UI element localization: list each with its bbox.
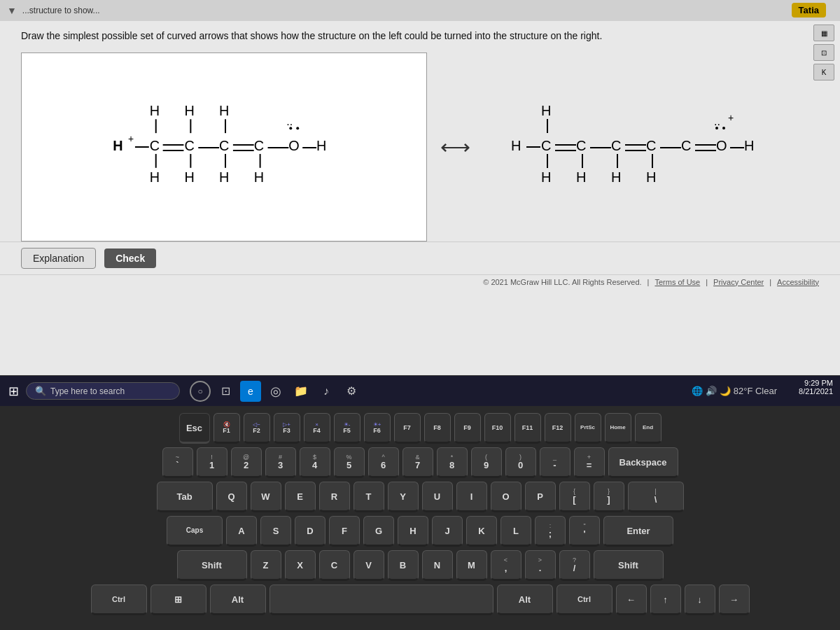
taskbar-icon-grid[interactable]: ⊡	[215, 381, 236, 402]
key-shift-right[interactable]: Shift	[594, 550, 664, 581]
key-f5[interactable]: ☀-F5	[334, 413, 360, 444]
key-f11[interactable]: F11	[514, 413, 541, 444]
key-i[interactable]: I	[456, 482, 487, 512]
key-alt-right[interactable]: Alt	[497, 584, 553, 615]
key-ctrl-right[interactable]: Ctrl	[556, 584, 612, 615]
key-equals[interactable]: +=	[574, 447, 605, 478]
chevron-down-icon[interactable]: ▼	[7, 5, 17, 16]
key-period[interactable]: >.	[525, 550, 556, 581]
key-ctrl-left[interactable]: Ctrl	[91, 584, 147, 615]
key-arrow-right[interactable]: →	[719, 584, 750, 615]
key-tab[interactable]: Tab	[157, 482, 213, 512]
key-0[interactable]: )0	[505, 447, 536, 478]
terms-of-use-link[interactable]: Terms of Use	[654, 278, 700, 286]
key-alt-left[interactable]: Alt	[210, 584, 266, 615]
key-f3[interactable]: ▷+F3	[274, 413, 300, 444]
key-k[interactable]: K	[466, 516, 497, 547]
key-f9[interactable]: F9	[454, 413, 481, 444]
key-win[interactable]: ⊞	[150, 584, 206, 615]
key-l[interactable]: L	[500, 516, 531, 547]
key-s[interactable]: S	[260, 516, 291, 547]
key-f2[interactable]: ◁−F2	[244, 413, 270, 444]
key-rbracket[interactable]: }]	[594, 482, 624, 512]
key-arrow-up[interactable]: ↑	[650, 584, 681, 615]
key-h[interactable]: H	[398, 516, 428, 547]
key-q[interactable]: Q	[216, 482, 247, 512]
key-f12[interactable]: F12	[545, 413, 571, 444]
key-enter[interactable]: Enter	[603, 516, 673, 547]
key-comma[interactable]: <,	[491, 550, 522, 581]
key-r[interactable]: R	[319, 482, 350, 512]
key-b[interactable]: B	[388, 550, 419, 581]
key-space[interactable]	[270, 584, 493, 615]
key-o[interactable]: O	[491, 482, 522, 512]
key-prtsc[interactable]: PrtSc	[575, 413, 601, 444]
key-backslash[interactable]: |\	[628, 482, 684, 512]
key-backtick[interactable]: ~`	[162, 447, 193, 478]
key-4[interactable]: $4	[300, 447, 330, 478]
key-f4[interactable]: ×F4	[304, 413, 330, 444]
check-button[interactable]: Check	[104, 248, 156, 268]
key-y[interactable]: Y	[388, 482, 419, 512]
key-3[interactable]: #3	[265, 447, 296, 478]
key-home[interactable]: Home	[605, 413, 631, 444]
key-2[interactable]: @2	[231, 447, 262, 478]
key-slash[interactable]: ?/	[559, 550, 590, 581]
key-j[interactable]: J	[432, 516, 463, 547]
key-f6[interactable]: ☀+F6	[364, 413, 391, 444]
key-6[interactable]: ^6	[368, 447, 399, 478]
key-end[interactable]: End	[635, 413, 662, 444]
key-a[interactable]: A	[226, 516, 257, 547]
key-7[interactable]: &7	[402, 447, 433, 478]
taskbar-search[interactable]: 🔍 Type here to search	[26, 382, 180, 400]
key-f8[interactable]: F8	[424, 413, 451, 444]
drawing-box[interactable]: H + C H H C H H	[21, 52, 427, 241]
windows-start-button[interactable]: ⊞	[6, 381, 22, 402]
privacy-center-link[interactable]: Privacy Center	[713, 278, 764, 286]
key-1[interactable]: !1	[197, 447, 227, 478]
key-lbracket[interactable]: {[	[559, 482, 590, 512]
key-w[interactable]: W	[251, 482, 281, 512]
key-g[interactable]: G	[363, 516, 394, 547]
svg-text:C: C	[541, 138, 551, 153]
key-f10[interactable]: F10	[484, 413, 511, 444]
explanation-button[interactable]: Explanation	[21, 248, 96, 269]
key-c[interactable]: C	[319, 550, 350, 581]
question-area: Draw the simplest possible set of curved…	[0, 21, 840, 49]
key-5[interactable]: %5	[334, 447, 365, 478]
key-backspace[interactable]: Backspace	[608, 447, 678, 478]
key-v[interactable]: V	[354, 550, 384, 581]
side-btn-1[interactable]: ▦	[813, 24, 834, 41]
taskbar-icon-settings[interactable]: ⚙	[341, 381, 362, 402]
key-8[interactable]: *8	[437, 447, 468, 478]
key-d[interactable]: D	[295, 516, 326, 547]
key-esc[interactable]: Esc	[179, 413, 210, 444]
key-e[interactable]: E	[285, 482, 316, 512]
svg-point-61	[722, 127, 725, 130]
key-u[interactable]: U	[422, 482, 453, 512]
key-m[interactable]: M	[456, 550, 487, 581]
key-f1[interactable]: 🔇F1	[214, 413, 240, 444]
key-f[interactable]: F	[329, 516, 360, 547]
key-minus[interactable]: _-	[540, 447, 570, 478]
taskbar-icon-folder[interactable]: 📁	[290, 381, 312, 402]
taskbar-icon-circle[interactable]: ○	[190, 381, 211, 402]
key-arrow-left[interactable]: ←	[616, 584, 647, 615]
key-quote[interactable]: "'	[569, 516, 600, 547]
key-n[interactable]: N	[422, 550, 453, 581]
key-9[interactable]: (9	[471, 447, 502, 478]
taskbar-time: 9:29 PM 8/21/2021	[799, 379, 833, 396]
taskbar-icon-music[interactable]: ♪	[316, 381, 337, 402]
key-shift-left[interactable]: Shift	[177, 550, 247, 581]
key-x[interactable]: X	[285, 550, 316, 581]
key-z[interactable]: Z	[251, 550, 281, 581]
key-arrow-down[interactable]: ↓	[685, 584, 715, 615]
taskbar-icon-edge[interactable]: e	[240, 381, 261, 402]
key-f7[interactable]: F7	[394, 413, 421, 444]
key-caps[interactable]: Caps	[167, 516, 223, 547]
key-semicolon[interactable]: :;	[535, 516, 566, 547]
key-p[interactable]: P	[525, 482, 556, 512]
taskbar-icon-chrome[interactable]: ◎	[265, 381, 286, 402]
accessibility-link[interactable]: Accessibility	[777, 278, 819, 286]
key-t[interactable]: T	[354, 482, 384, 512]
